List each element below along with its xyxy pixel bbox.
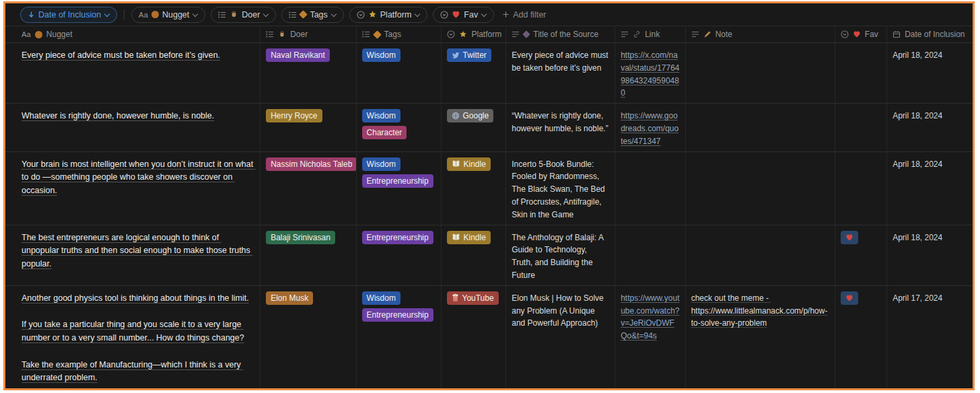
chevron-down-icon — [193, 11, 198, 17]
cell-fav[interactable] — [835, 152, 887, 225]
nugget-text[interactable]: Another good physics tool is thinking ab… — [22, 293, 253, 390]
source-title-text: The Anthology of Balaji: A Guide to Tech… — [512, 233, 603, 280]
cell-platform[interactable]: Twitter — [442, 43, 506, 103]
cell-nugget[interactable]: Your brain is most intelligent when you … — [5, 152, 260, 225]
tag-label: Entrepreneurship — [367, 233, 429, 242]
cell-title-of-the-source[interactable]: Every piece of advice must be taken befo… — [506, 43, 615, 103]
cell-fav[interactable] — [835, 286, 887, 390]
tag: Entrepreneurship — [362, 174, 433, 188]
cell-note[interactable] — [686, 104, 835, 151]
link-text[interactable]: https://www.youtube.com/watch?v=JeRiOvDW… — [621, 293, 679, 341]
cell-tags[interactable]: Entrepreneurship — [357, 225, 442, 285]
cell-note[interactable]: check out the meme - https://www.littlea… — [686, 286, 835, 390]
cell-platform[interactable]: Kindle — [442, 225, 506, 285]
cell-fav[interactable] — [835, 43, 887, 103]
cell-date[interactable]: April 18, 2024 — [887, 43, 973, 103]
link-icon — [633, 30, 641, 38]
add-filter-button[interactable]: Add filter — [502, 10, 546, 20]
cell-date[interactable]: April 18, 2024 — [887, 225, 973, 285]
cell-note[interactable] — [686, 225, 835, 285]
cell-doer[interactable]: Naval Ravikant — [260, 43, 356, 103]
column-header-tags[interactable]: Tags — [357, 26, 442, 42]
tag-label: Henry Royce — [271, 111, 317, 120]
list-property-icon — [289, 11, 297, 19]
doer-tag: Elon Musk — [266, 291, 313, 305]
cell-tags[interactable]: Wisdom — [357, 43, 442, 103]
cell-tags[interactable]: WisdomCharacter — [357, 104, 442, 151]
sort-pill-date-of-inclusion[interactable]: Date of Inclusion — [20, 7, 117, 23]
cell-link[interactable]: https://x.com/naval/status/1776498643249… — [615, 43, 686, 103]
cell-fav[interactable] — [835, 104, 887, 151]
cell-date[interactable]: April 18, 2024 — [887, 104, 973, 151]
cell-nugget[interactable]: Another good physics tool is thinking ab… — [5, 286, 260, 390]
cell-doer[interactable]: Nassim Nicholas Taleb — [260, 152, 356, 225]
table-row: The best entrepreneurs are logical enoug… — [5, 225, 973, 286]
cell-doer[interactable]: Balaji Srinivasan — [260, 225, 356, 285]
tag-label: Twitter — [462, 50, 486, 60]
cell-date[interactable]: April 17, 2024 — [887, 286, 973, 390]
nugget-text[interactable]: The best entrepreneurs are logical enoug… — [22, 233, 252, 269]
cell-title-of-the-source[interactable]: Elon Musk | How to Solve any Problem (A … — [506, 286, 615, 390]
column-header-title-of-the-source[interactable]: Title of the Source — [506, 26, 615, 42]
column-header-note[interactable]: Note — [686, 26, 835, 42]
orange-circle-icon — [151, 11, 159, 18]
cell-date[interactable]: April 18, 2024 — [887, 152, 973, 225]
filter-pill-fav[interactable]: Fav — [433, 7, 494, 23]
cell-title-of-the-source[interactable]: The Anthology of Balaji: A Guide to Tech… — [506, 225, 615, 285]
column-label: Fav — [865, 30, 878, 39]
cell-doer[interactable]: Henry Royce — [260, 104, 356, 151]
doer-tag: Naval Ravikant — [266, 48, 330, 62]
tag-label: Wisdom — [367, 293, 396, 303]
text-property-icon — [512, 30, 520, 38]
open-book-icon — [452, 160, 460, 168]
link-text[interactable]: https://www.goodreads.com/quotes/471347 — [621, 111, 678, 146]
text-property-icon — [621, 30, 629, 38]
orange-diamond-icon — [300, 10, 308, 19]
nugget-text[interactable]: Whatever is rightly done, however humble… — [22, 111, 214, 120]
cell-link[interactable] — [615, 152, 686, 225]
cell-note[interactable] — [686, 43, 835, 103]
table-row: Another good physics tool is thinking ab… — [5, 286, 973, 390]
cell-platform[interactable]: Google — [442, 104, 506, 151]
column-header-date-of-inclusion[interactable]: Date of Inclusion — [887, 26, 973, 42]
cell-link[interactable]: https://www.youtube.com/watch?v=JeRiOvDW… — [615, 286, 686, 390]
cell-fav[interactable] — [835, 225, 887, 285]
red-heart-icon — [845, 294, 853, 302]
filter-pill-tags[interactable]: Tags — [281, 7, 343, 23]
filter-pill-platform[interactable]: Platform — [349, 7, 428, 23]
cell-nugget[interactable]: Whatever is rightly done, however humble… — [5, 104, 260, 151]
link-text[interactable]: https://x.com/naval/status/1776498643249… — [621, 50, 679, 98]
tag-label: Kindle — [463, 233, 485, 242]
cell-title-of-the-source[interactable]: “Whatever is rightly done, however humbl… — [506, 104, 615, 151]
cell-link[interactable]: https://www.goodreads.com/quotes/471347 — [615, 104, 686, 151]
select-property-icon — [447, 30, 455, 38]
date-text: April 18, 2024 — [893, 111, 942, 120]
cell-note[interactable] — [686, 152, 835, 225]
column-header-nugget[interactable]: Aa Nugget — [5, 26, 260, 42]
cell-nugget[interactable]: The best entrepreneurs are logical enoug… — [5, 225, 260, 285]
cell-tags[interactable]: WisdomEntrepreneurship — [357, 152, 442, 225]
column-header-link[interactable]: Link — [615, 26, 686, 42]
filter-pill-nugget[interactable]: Aa Nugget — [131, 7, 205, 23]
notion-database-frame: Date of Inclusion Aa Nugget Doer Tags Pl… — [3, 1, 975, 390]
cell-tags[interactable]: WisdomEntrepreneurship — [357, 286, 442, 390]
chevron-down-icon — [331, 11, 337, 17]
cell-platform[interactable]: YouTube — [442, 286, 506, 390]
column-header-doer[interactable]: Doer — [260, 26, 356, 42]
column-label: Doer — [290, 30, 308, 39]
cell-doer[interactable]: Elon Musk — [260, 286, 356, 390]
column-header-fav[interactable]: Fav — [835, 26, 887, 42]
cell-link[interactable] — [615, 225, 686, 285]
table-row: Your brain is most intelligent when you … — [5, 152, 973, 225]
filter-pill-doer[interactable]: Doer — [211, 7, 276, 23]
doer-tag: Henry Royce — [266, 109, 322, 122]
cell-platform[interactable]: Kindle — [442, 152, 506, 225]
open-book-icon — [452, 234, 460, 241]
cell-title-of-the-source[interactable]: Incerto 5-Book Bundle: Fooled by Randomn… — [506, 152, 615, 225]
nugget-text[interactable]: Every piece of advice must be taken befo… — [22, 50, 220, 60]
fav-heart-tag — [841, 291, 858, 305]
nugget-text[interactable]: Your brain is most intelligent when you … — [22, 159, 256, 196]
cell-nugget[interactable]: Every piece of advice must be taken befo… — [5, 43, 260, 103]
tag-label: Nassim Nicholas Taleb — [271, 159, 352, 169]
column-header-platform[interactable]: Platform — [442, 26, 506, 42]
